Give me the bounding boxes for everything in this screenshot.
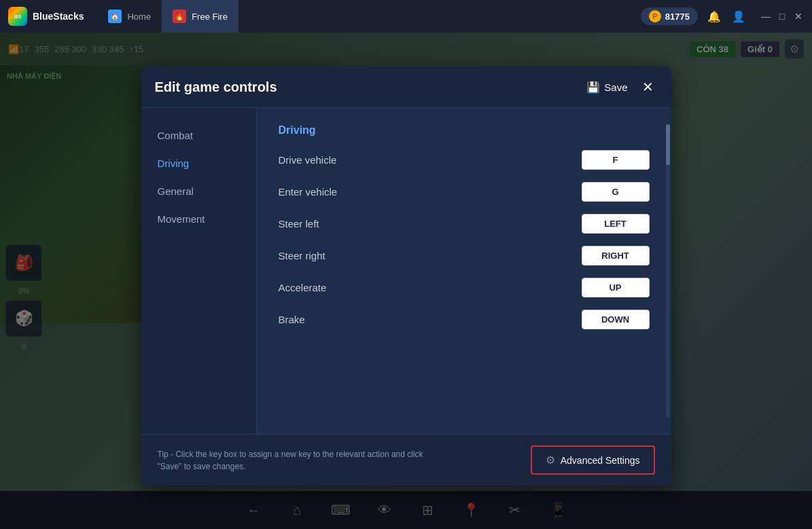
modal-content-area: Driving Drive vehicle F Enter vehicle G … <box>257 108 671 434</box>
tip-text: Tip - Click the key box to assign a new … <box>158 448 429 473</box>
maximize-button[interactable]: □ <box>777 11 788 22</box>
accelerate-key[interactable]: UP <box>582 278 650 297</box>
control-row-accelerate: Accelerate UP <box>279 278 650 297</box>
control-row-drive-vehicle: Drive vehicle F <box>279 150 650 170</box>
window-controls: — □ ✕ <box>760 11 804 22</box>
sidebar-item-general[interactable]: General <box>141 177 256 205</box>
sidebar-item-movement[interactable]: Movement <box>141 205 256 233</box>
app-logo: BS BlueStacks <box>0 7 92 26</box>
advanced-settings-label: Advanced Settings <box>561 455 640 466</box>
modal-header: Edit game controls 💾 Save ✕ <box>141 67 671 108</box>
edit-controls-modal: Edit game controls 💾 Save ✕ Combat Drivi… <box>141 67 671 486</box>
home-tab-icon: 🏠 <box>108 10 122 23</box>
close-window-button[interactable]: ✕ <box>793 11 804 22</box>
steer-right-label: Steer right <box>279 250 325 261</box>
scroll-bar[interactable] <box>666 124 670 418</box>
title-bar-right: P 81775 🔔 👤 — □ ✕ <box>641 7 812 25</box>
coin-amount: 81775 <box>665 12 690 22</box>
section-title: Driving <box>279 124 650 136</box>
steer-left-key[interactable]: LEFT <box>582 214 650 234</box>
freefire-tab-icon: 🔥 <box>173 10 186 23</box>
modal-overlay: Edit game controls 💾 Save ✕ Combat Drivi… <box>0 33 812 529</box>
profile-icon[interactable]: 👤 <box>730 8 747 24</box>
control-row-brake: Brake DOWN <box>279 310 650 329</box>
control-row-steer-right: Steer right RIGHT <box>279 246 650 266</box>
sidebar-item-driving[interactable]: Driving <box>141 149 256 177</box>
brake-label: Brake <box>279 314 305 325</box>
steer-right-key[interactable]: RIGHT <box>582 246 650 266</box>
modal-title: Edit game controls <box>155 79 277 95</box>
save-button[interactable]: 💾 Save <box>586 81 627 94</box>
enter-vehicle-key[interactable]: G <box>582 182 650 202</box>
modal-header-actions: 💾 Save ✕ <box>586 77 657 96</box>
notification-icon[interactable]: 🔔 <box>706 8 722 24</box>
bluestacks-logo-icon: BS <box>8 7 27 26</box>
modal-sidebar: Combat Driving General Movement <box>141 108 257 434</box>
brake-key[interactable]: DOWN <box>582 310 650 329</box>
freefire-tab-label: Free Fire <box>192 12 228 22</box>
accelerate-label: Accelerate <box>279 282 327 293</box>
drive-vehicle-label: Drive vehicle <box>279 154 337 166</box>
control-row-enter-vehicle: Enter vehicle G <box>279 182 650 202</box>
coin-icon: P <box>649 10 661 22</box>
steer-left-label: Steer left <box>279 218 319 230</box>
save-label: Save <box>604 81 627 93</box>
title-bar: BS BlueStacks 🏠 Home 🔥 Free Fire P 81775… <box>0 0 812 33</box>
modal-body: Combat Driving General Movement Driving … <box>141 108 671 434</box>
advanced-settings-icon: ⚙ <box>546 454 555 467</box>
minimize-button[interactable]: — <box>760 11 771 22</box>
modal-footer: Tip - Click the key box to assign a new … <box>141 434 671 486</box>
control-row-steer-left: Steer left LEFT <box>279 214 650 234</box>
enter-vehicle-label: Enter vehicle <box>279 186 338 198</box>
advanced-settings-button[interactable]: ⚙ Advanced Settings <box>531 445 655 475</box>
tab-bar: 🏠 Home 🔥 Free Fire <box>97 0 238 33</box>
sidebar-item-combat[interactable]: Combat <box>141 122 256 149</box>
app-name: BlueStacks <box>33 11 84 22</box>
coin-display: P 81775 <box>641 7 698 25</box>
save-icon: 💾 <box>586 81 600 94</box>
close-modal-button[interactable]: ✕ <box>639 77 658 96</box>
drive-vehicle-key[interactable]: F <box>582 150 650 170</box>
tab-freefire[interactable]: 🔥 Free Fire <box>162 0 239 33</box>
tab-home[interactable]: 🏠 Home <box>97 0 162 33</box>
scroll-thumb <box>666 124 670 165</box>
home-tab-label: Home <box>127 12 151 22</box>
